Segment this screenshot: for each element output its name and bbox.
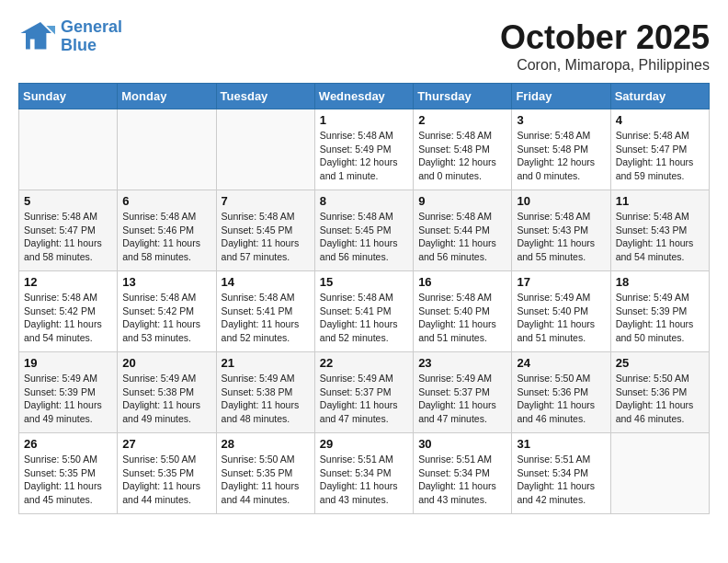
calendar-day-23: 23Sunrise: 5:49 AM Sunset: 5:37 PM Dayli…	[414, 352, 512, 433]
day-info-15: Sunrise: 5:48 AM Sunset: 5:41 PM Dayligh…	[320, 291, 408, 345]
day-info-14: Sunrise: 5:48 AM Sunset: 5:41 PM Dayligh…	[222, 291, 310, 345]
calendar-day-28: 28Sunrise: 5:50 AM Sunset: 5:35 PM Dayli…	[216, 433, 314, 514]
day-number-14: 14	[222, 275, 310, 289]
calendar-week-3: 12Sunrise: 5:48 AM Sunset: 5:42 PM Dayli…	[19, 271, 710, 352]
day-info-1: Sunrise: 5:48 AM Sunset: 5:49 PM Dayligh…	[320, 129, 408, 183]
day-number-12: 12	[24, 275, 112, 289]
weekday-header-wednesday: Wednesday	[314, 84, 413, 109]
logo-line2: Blue	[61, 36, 97, 54]
weekday-header-sunday: Sunday	[19, 84, 118, 109]
calendar-day-5: 5Sunrise: 5:48 AM Sunset: 5:47 PM Daylig…	[19, 190, 118, 271]
day-number-16: 16	[418, 275, 506, 289]
weekday-header-monday: Monday	[118, 84, 216, 109]
day-number-17: 17	[517, 275, 605, 289]
calendar-day-3: 3Sunrise: 5:48 AM Sunset: 5:48 PM Daylig…	[512, 109, 610, 190]
day-number-1: 1	[320, 113, 408, 127]
page-header: General Blue October 2025 Coron, Mimarop…	[18, 18, 710, 74]
day-number-29: 29	[320, 437, 408, 451]
calendar-empty-cell	[19, 109, 118, 190]
day-info-7: Sunrise: 5:48 AM Sunset: 5:45 PM Dayligh…	[222, 210, 310, 264]
weekday-header-tuesday: Tuesday	[216, 84, 314, 109]
day-number-22: 22	[320, 356, 408, 370]
calendar-week-4: 19Sunrise: 5:49 AM Sunset: 5:39 PM Dayli…	[19, 352, 710, 433]
calendar-day-22: 22Sunrise: 5:49 AM Sunset: 5:37 PM Dayli…	[314, 352, 413, 433]
day-number-20: 20	[122, 356, 210, 370]
day-number-4: 4	[616, 113, 704, 127]
day-info-16: Sunrise: 5:48 AM Sunset: 5:40 PM Dayligh…	[418, 291, 506, 345]
day-number-27: 27	[122, 437, 210, 451]
calendar-empty-cell	[216, 109, 314, 190]
logo-line1: General	[61, 17, 122, 36]
day-number-7: 7	[222, 194, 310, 208]
weekday-header-row: SundayMondayTuesdayWednesdayThursdayFrid…	[19, 84, 710, 109]
day-info-19: Sunrise: 5:49 AM Sunset: 5:39 PM Dayligh…	[24, 372, 112, 426]
logo-text: General Blue	[61, 18, 122, 55]
day-number-19: 19	[24, 356, 112, 370]
calendar-day-16: 16Sunrise: 5:48 AM Sunset: 5:40 PM Dayli…	[414, 271, 512, 352]
calendar-day-21: 21Sunrise: 5:49 AM Sunset: 5:38 PM Dayli…	[216, 352, 314, 433]
day-info-22: Sunrise: 5:49 AM Sunset: 5:37 PM Dayligh…	[320, 372, 408, 426]
day-number-3: 3	[517, 113, 605, 127]
day-number-25: 25	[616, 356, 704, 370]
day-info-11: Sunrise: 5:48 AM Sunset: 5:43 PM Dayligh…	[616, 210, 704, 264]
day-info-21: Sunrise: 5:49 AM Sunset: 5:38 PM Dayligh…	[222, 372, 310, 426]
calendar-empty-cell	[610, 433, 709, 514]
weekday-header-saturday: Saturday	[610, 84, 709, 109]
day-info-18: Sunrise: 5:49 AM Sunset: 5:39 PM Dayligh…	[616, 291, 704, 345]
weekday-header-friday: Friday	[512, 84, 610, 109]
calendar-day-4: 4Sunrise: 5:48 AM Sunset: 5:47 PM Daylig…	[610, 109, 709, 190]
calendar-day-2: 2Sunrise: 5:48 AM Sunset: 5:48 PM Daylig…	[414, 109, 512, 190]
calendar-header: SundayMondayTuesdayWednesdayThursdayFrid…	[19, 84, 710, 109]
calendar-body: 1Sunrise: 5:48 AM Sunset: 5:49 PM Daylig…	[19, 109, 710, 514]
day-number-15: 15	[320, 275, 408, 289]
day-number-5: 5	[24, 194, 112, 208]
day-info-30: Sunrise: 5:51 AM Sunset: 5:34 PM Dayligh…	[418, 453, 506, 507]
day-info-5: Sunrise: 5:48 AM Sunset: 5:47 PM Dayligh…	[24, 210, 112, 264]
calendar-day-6: 6Sunrise: 5:48 AM Sunset: 5:46 PM Daylig…	[118, 190, 216, 271]
calendar-table: SundayMondayTuesdayWednesdayThursdayFrid…	[18, 83, 710, 514]
day-number-24: 24	[517, 356, 605, 370]
day-number-26: 26	[24, 437, 112, 451]
day-info-17: Sunrise: 5:49 AM Sunset: 5:40 PM Dayligh…	[517, 291, 605, 345]
day-number-2: 2	[418, 113, 506, 127]
calendar-day-30: 30Sunrise: 5:51 AM Sunset: 5:34 PM Dayli…	[414, 433, 512, 514]
calendar-day-14: 14Sunrise: 5:48 AM Sunset: 5:41 PM Dayli…	[216, 271, 314, 352]
calendar-day-20: 20Sunrise: 5:49 AM Sunset: 5:38 PM Dayli…	[118, 352, 216, 433]
day-info-8: Sunrise: 5:48 AM Sunset: 5:45 PM Dayligh…	[320, 210, 408, 264]
calendar-day-11: 11Sunrise: 5:48 AM Sunset: 5:43 PM Dayli…	[610, 190, 709, 271]
logo: General Blue	[18, 18, 122, 55]
day-number-10: 10	[517, 194, 605, 208]
day-info-24: Sunrise: 5:50 AM Sunset: 5:36 PM Dayligh…	[517, 372, 605, 426]
day-number-6: 6	[122, 194, 210, 208]
calendar-day-26: 26Sunrise: 5:50 AM Sunset: 5:35 PM Dayli…	[19, 433, 118, 514]
day-info-4: Sunrise: 5:48 AM Sunset: 5:47 PM Dayligh…	[616, 129, 704, 183]
day-number-11: 11	[616, 194, 704, 208]
calendar-day-18: 18Sunrise: 5:49 AM Sunset: 5:39 PM Dayli…	[610, 271, 709, 352]
month-title: October 2025	[500, 18, 710, 57]
calendar-day-10: 10Sunrise: 5:48 AM Sunset: 5:43 PM Dayli…	[512, 190, 610, 271]
day-number-9: 9	[418, 194, 506, 208]
day-number-18: 18	[616, 275, 704, 289]
weekday-header-thursday: Thursday	[414, 84, 512, 109]
calendar-day-15: 15Sunrise: 5:48 AM Sunset: 5:41 PM Dayli…	[314, 271, 413, 352]
calendar-week-5: 26Sunrise: 5:50 AM Sunset: 5:35 PM Dayli…	[19, 433, 710, 514]
day-info-27: Sunrise: 5:50 AM Sunset: 5:35 PM Dayligh…	[122, 453, 210, 507]
location-subtitle: Coron, Mimaropa, Philippines	[500, 57, 710, 74]
calendar-day-29: 29Sunrise: 5:51 AM Sunset: 5:34 PM Dayli…	[314, 433, 413, 514]
calendar-day-27: 27Sunrise: 5:50 AM Sunset: 5:35 PM Dayli…	[118, 433, 216, 514]
calendar-day-24: 24Sunrise: 5:50 AM Sunset: 5:36 PM Dayli…	[512, 352, 610, 433]
calendar-day-9: 9Sunrise: 5:48 AM Sunset: 5:44 PM Daylig…	[414, 190, 512, 271]
calendar-day-25: 25Sunrise: 5:50 AM Sunset: 5:36 PM Dayli…	[610, 352, 709, 433]
day-number-30: 30	[418, 437, 506, 451]
day-info-23: Sunrise: 5:49 AM Sunset: 5:37 PM Dayligh…	[418, 372, 506, 426]
day-info-9: Sunrise: 5:48 AM Sunset: 5:44 PM Dayligh…	[418, 210, 506, 264]
day-number-21: 21	[222, 356, 310, 370]
title-area: October 2025 Coron, Mimaropa, Philippine…	[500, 18, 710, 74]
calendar-week-2: 5Sunrise: 5:48 AM Sunset: 5:47 PM Daylig…	[19, 190, 710, 271]
calendar-day-7: 7Sunrise: 5:48 AM Sunset: 5:45 PM Daylig…	[216, 190, 314, 271]
day-number-23: 23	[418, 356, 506, 370]
day-number-13: 13	[122, 275, 210, 289]
calendar-day-13: 13Sunrise: 5:48 AM Sunset: 5:42 PM Dayli…	[118, 271, 216, 352]
day-number-28: 28	[222, 437, 310, 451]
day-info-26: Sunrise: 5:50 AM Sunset: 5:35 PM Dayligh…	[24, 453, 112, 507]
